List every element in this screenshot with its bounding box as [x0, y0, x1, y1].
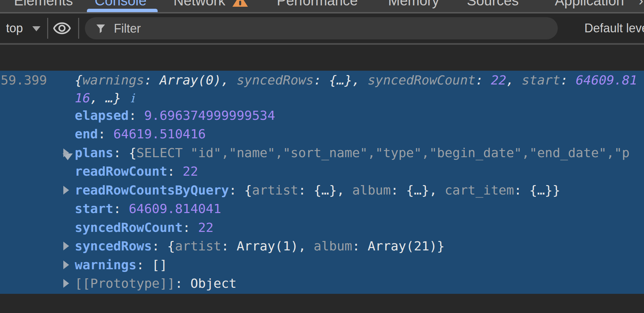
- token: SELECT "id","name","sort_name","type","b…: [136, 145, 630, 160]
- token: : {: [113, 145, 136, 160]
- expand-arrow-icon[interactable]: [63, 260, 69, 269]
- network-warning-icon: [232, 0, 248, 7]
- token: : {…},: [314, 73, 367, 88]
- token: , …}: [90, 91, 121, 105]
- devtools-tab-bar: ElementsConsoleNetworkPerformanceMemoryS…: [0, 0, 644, 13]
- tab-memory[interactable]: Memory: [388, 0, 439, 7]
- token: :: [129, 108, 144, 123]
- token: syncedRows: [236, 73, 314, 88]
- token: :: [183, 220, 198, 235]
- tab-console[interactable]: Console: [95, 0, 147, 7]
- token: end: [75, 127, 98, 141]
- token: 64619.510416: [113, 127, 206, 141]
- token: readRowCountsByQuery: [75, 183, 229, 198]
- console-toolbar: top Default levels: [0, 13, 644, 45]
- warning-exclamation: [239, 1, 241, 5]
- token: cart_item: [445, 183, 514, 198]
- token: ,: [506, 73, 522, 88]
- token: syncedRowCount: [367, 73, 475, 88]
- token: :: [476, 73, 491, 88]
- info-icon[interactable]: i: [130, 89, 134, 107]
- property-row-plans[interactable]: plans: {SELECT "id","name","sort_name","…: [0, 143, 644, 162]
- token: 64609.81: [576, 73, 637, 88]
- token: : Object: [175, 276, 236, 291]
- token: start: [75, 201, 113, 216]
- property-row-readRowCount[interactable]: readRowCount: 22: [0, 162, 644, 181]
- filter-funnel-icon: [95, 23, 106, 34]
- token: album: [314, 239, 352, 253]
- object-preview-line1: {warnings: Array(0), syncedRows: {…}, sy…: [75, 71, 637, 89]
- tab-application[interactable]: Application: [555, 0, 624, 7]
- token: :: [167, 164, 183, 179]
- expand-arrow-icon[interactable]: [63, 279, 69, 288]
- token: 64609.814041: [129, 201, 221, 216]
- object-preview-line2: 16, …}i: [75, 89, 637, 107]
- token: 22: [491, 73, 506, 88]
- property-row-readRowCountsByQuery[interactable]: readRowCountsByQuery: {artist: {…}, albu…: [0, 181, 644, 200]
- toolbar-divider: [78, 18, 79, 39]
- token: [[Prototype]]: [75, 276, 175, 291]
- token: 22: [183, 164, 198, 179]
- property-row-elapsed[interactable]: elapsed: 9.696374999999534: [0, 106, 644, 125]
- token: : {: [229, 183, 252, 198]
- tab-performance[interactable]: Performance: [277, 0, 358, 7]
- log-levels-dropdown[interactable]: Default levels: [584, 13, 644, 43]
- property-row-warnings[interactable]: warnings: []: [0, 255, 644, 274]
- console-result-message[interactable]: 59.399 {warnings: Array(0), syncedRows: …: [0, 71, 644, 294]
- token: : Array(21)}: [352, 239, 445, 253]
- token: plans: [75, 145, 113, 160]
- tab-network[interactable]: Network: [173, 0, 225, 7]
- token: warnings: [83, 73, 144, 88]
- property-row-syncedRows[interactable]: syncedRows: {artist: Array(1), album: Ar…: [0, 237, 644, 256]
- expand-arrow-icon[interactable]: [63, 242, 69, 250]
- token: : {: [152, 239, 175, 253]
- tab-elements[interactable]: Elements: [14, 0, 73, 7]
- token: syncedRows: [75, 239, 152, 253]
- token: readRowCount: [75, 164, 167, 179]
- more-tabs-chevron[interactable]: ›: [639, 0, 643, 7]
- live-expression-eye-icon[interactable]: [53, 19, 71, 38]
- token: {: [75, 73, 83, 88]
- property-row-end[interactable]: end: 64619.510416: [0, 125, 644, 144]
- tab-sources[interactable]: Sources: [467, 0, 519, 7]
- context-selector[interactable]: top: [6, 13, 23, 43]
- token: 22: [198, 220, 214, 235]
- expand-arrow-icon[interactable]: [63, 148, 69, 157]
- token: :: [113, 201, 129, 216]
- timestamp: 59.399: [1, 71, 47, 89]
- expand-arrow-icon[interactable]: [63, 186, 69, 195]
- property-row-start[interactable]: start: 64609.814041: [0, 200, 644, 218]
- filter-input[interactable]: [113, 17, 532, 40]
- active-tab-indicator: [87, 9, 158, 12]
- token: 9.696374999999534: [144, 108, 275, 123]
- token: : Array(0),: [144, 73, 237, 88]
- property-row-prototype[interactable]: [[Prototype]]: Object: [0, 274, 644, 293]
- token: album: [352, 183, 391, 198]
- token: 16: [75, 91, 90, 105]
- token: : {…},: [391, 183, 445, 198]
- token: elapsed: [75, 108, 129, 123]
- token: :: [560, 73, 576, 88]
- token: artist: [175, 239, 221, 253]
- token: warnings: [75, 257, 136, 272]
- devtools-console-panel: { "colors": { "result_highlight": "#1e4a…: [0, 0, 644, 313]
- token: :: [98, 127, 114, 141]
- property-row-syncedRowCount[interactable]: syncedRowCount: 22: [0, 218, 644, 237]
- toolbar-divider: [47, 18, 48, 39]
- object-properties: elapsed: 9.696374999999534end: 64619.510…: [0, 106, 644, 293]
- token: start: [522, 73, 560, 88]
- console-command-echo[interactable]: 59.375 await qs[0].analyze(): [1, 48, 247, 68]
- filter-field[interactable]: [85, 17, 558, 39]
- token: : Array(1),: [221, 239, 314, 253]
- token: artist: [252, 183, 298, 198]
- chevron-down-icon[interactable]: [32, 26, 40, 31]
- token: : {…}}: [514, 183, 560, 198]
- object-preview[interactable]: {warnings: Array(0), syncedRows: {…}, sy…: [75, 71, 637, 107]
- token: : {…},: [298, 183, 352, 198]
- token: : []: [136, 257, 167, 272]
- console-messages-area: 59.375 await qs[0].analyze() 59.399 {war…: [0, 45, 644, 313]
- token: syncedRowCount: [75, 220, 183, 235]
